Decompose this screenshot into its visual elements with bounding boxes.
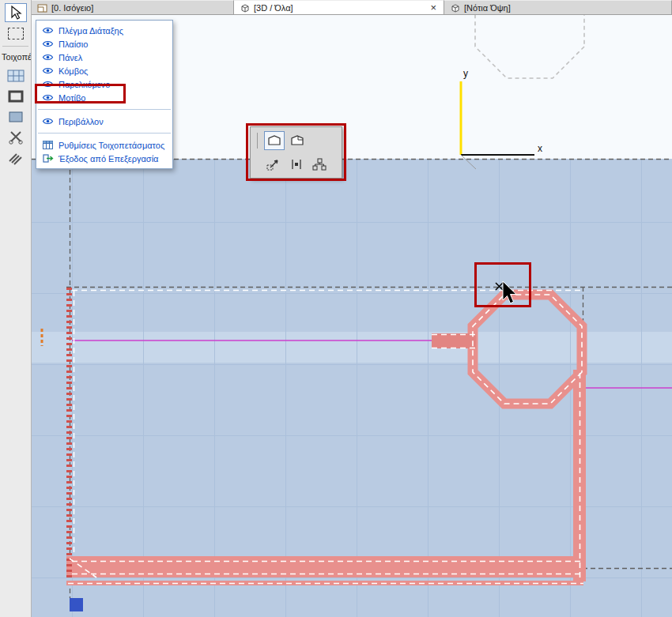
toolbar-section-label: Τοιχοπέτ	[0, 50, 31, 65]
elevation-icon	[450, 3, 460, 13]
tab-south-elevation[interactable]: [Νότια Όψη]	[444, 0, 672, 14]
offset-button[interactable]	[286, 155, 307, 174]
tab-3d-view[interactable]: [3D / Όλα] ×	[234, 0, 444, 14]
tab-floor-plan[interactable]: [0. Ισόγειο]	[32, 0, 234, 14]
arrow-tool-button[interactable]	[5, 3, 27, 22]
menu-item-settings[interactable]: Ρυθμίσεις Τοιχοπετάσματος	[36, 138, 172, 152]
menu-item-label: Πλαίσιο	[59, 40, 88, 49]
context-menu: Πλέγμα Διάταξης Πλαίσιο Πάνελ Κόμβος Παρ…	[36, 20, 173, 169]
move-button[interactable]	[263, 155, 284, 174]
eye-icon	[42, 40, 54, 48]
menu-item-environment[interactable]: Περιβάλλον	[36, 115, 172, 128]
menu-item-panel[interactable]: Πάνελ	[36, 51, 172, 64]
marquee-icon	[8, 28, 24, 40]
menu-item-label: Έξοδος από Επεξεργασία	[59, 154, 158, 164]
menu-item-label: Ρυθμίσεις Τοιχοπετάσματος	[59, 141, 164, 150]
move-icon	[266, 157, 281, 171]
panel-tool-button[interactable]	[5, 107, 27, 126]
menu-item-scheme-grid[interactable]: Πλέγμα Διάταξης	[36, 24, 172, 37]
palette-divider	[257, 133, 258, 149]
distribute-button[interactable]	[309, 155, 330, 174]
y-axis-label: y	[463, 68, 468, 79]
tab-label: [Νότια Όψη]	[464, 3, 511, 13]
eye-icon	[42, 93, 54, 102]
origin-marker	[70, 598, 83, 611]
eye-icon	[42, 117, 54, 126]
menu-item-pattern[interactable]: Μοτίβο	[36, 91, 172, 104]
eye-icon	[42, 66, 54, 75]
arrow-icon	[9, 6, 22, 20]
floor-plan-icon	[37, 3, 47, 13]
pet-palette	[250, 126, 342, 179]
polygon-icon	[267, 134, 281, 147]
junction-tool-button[interactable]	[5, 128, 27, 147]
scheme-grid-icon	[7, 68, 25, 84]
pet-palette-row-2	[251, 152, 342, 176]
menu-item-junction[interactable]: Κόμβος	[36, 64, 172, 77]
frame-tool-button[interactable]	[5, 87, 27, 106]
menu-item-label: Παρελκόμενο	[59, 80, 110, 89]
distribute-icon	[312, 157, 327, 171]
polygon-method-button[interactable]	[264, 131, 285, 150]
x-axis-label: x	[538, 143, 542, 154]
menu-item-frame[interactable]: Πλαίσιο	[36, 37, 172, 51]
scheme-grid-tool-button[interactable]	[5, 66, 27, 85]
tab-bar: [0. Ισόγειο] [3D / Όλα] × [Νότια Όψη]	[32, 0, 672, 15]
panel-icon	[7, 109, 25, 125]
toolbar-separator	[2, 46, 28, 47]
polygon-fold-icon	[290, 134, 304, 147]
menu-item-label: Πλέγμα Διάταξης	[59, 26, 123, 36]
eye-icon	[42, 53, 54, 62]
curtain-wall-stub[interactable]	[432, 333, 476, 348]
menu-item-label: Μοτίβο	[59, 93, 85, 103]
close-icon[interactable]: ×	[428, 2, 438, 13]
menu-item-label: Κόμβος	[59, 66, 88, 76]
accessory-icon	[7, 151, 25, 165]
app-window: y x [	[0, 0, 672, 617]
frame-icon	[7, 88, 25, 104]
menu-separator	[38, 133, 171, 134]
menu-item-accessory[interactable]: Παρελκόμενο	[36, 77, 172, 91]
pet-palette-row-1	[251, 129, 342, 152]
junction-icon	[8, 130, 24, 145]
menu-item-label: Περιβάλλον	[59, 117, 104, 126]
menu-item-exit-editing[interactable]: Έξοδος από Επεξεργασία	[36, 152, 172, 165]
marquee-tool-button[interactable]	[5, 24, 27, 43]
settings-grid-icon	[42, 141, 54, 149]
left-toolbar: Τοιχοπέτ	[0, 0, 32, 617]
menu-item-label: Πάνελ	[59, 53, 82, 62]
eye-icon	[42, 26, 54, 35]
menu-separator	[38, 109, 171, 110]
3d-view-icon	[240, 3, 250, 13]
offset-icon	[289, 157, 304, 171]
polygon-fold-method-button[interactable]	[287, 131, 308, 150]
tab-label: [0. Ισόγειο]	[51, 3, 93, 13]
exit-icon	[42, 154, 54, 163]
tab-label: [3D / Όλα]	[254, 3, 293, 13]
accessory-tool-button[interactable]	[5, 149, 27, 167]
eye-icon	[42, 80, 54, 88]
